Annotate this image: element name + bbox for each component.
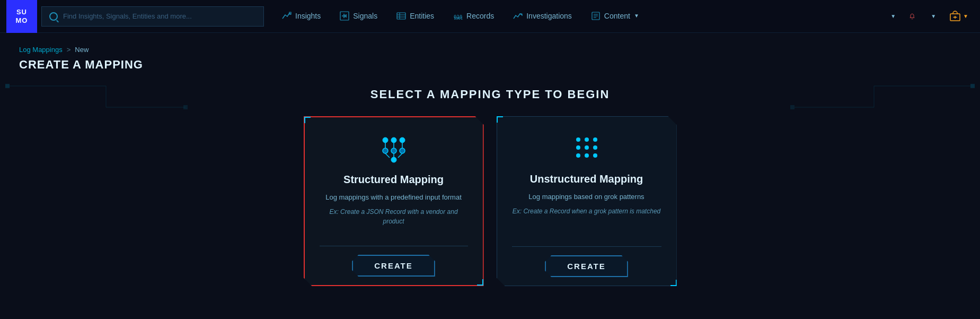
- unstructured-mapping-desc: Log mappings based on grok patterns: [528, 192, 644, 202]
- corner-tr: [670, 116, 677, 123]
- svg-rect-1: [340, 12, 349, 20]
- cart-button[interactable]: ▼: [944, 0, 974, 33]
- svg-point-43: [400, 137, 405, 143]
- cart-icon: [949, 11, 961, 22]
- main-content: Log Mappings > New CREATE A MAPPING SELE…: [0, 33, 980, 299]
- content-icon: [591, 11, 601, 21]
- nav-item-entities[interactable]: Entities: [387, 0, 444, 33]
- insights-label: Insights: [295, 12, 321, 20]
- structured-mapping-icon: [375, 132, 413, 164]
- notifications-button[interactable]: [904, 8, 921, 25]
- top-navigation: SUMO Find Insights, Signals, Entities an…: [0, 0, 980, 33]
- center-section: SELECT A MAPPING TYPE TO BEGIN: [19, 88, 961, 286]
- corner-br: [477, 279, 483, 286]
- nav-right-actions: ▼ ▼: [884, 0, 974, 33]
- svg-text:1001: 1001: [454, 16, 463, 21]
- page-title: CREATE A MAPPING: [19, 58, 961, 72]
- search-placeholder: Find Insights, Signals, Entities and mor…: [63, 12, 192, 20]
- svg-point-61: [585, 153, 589, 158]
- cards-row: Structured Mapping Log mappings with a p…: [304, 116, 677, 286]
- content-caret-icon: ▼: [634, 13, 639, 19]
- nav-item-insights[interactable]: Insights: [272, 0, 330, 33]
- structured-mapping-desc: Log mappings with a predefined input for…: [325, 192, 462, 203]
- search-icon: [49, 12, 58, 21]
- structured-card-bottom: CREATE: [320, 246, 468, 285]
- breadcrumb-separator: >: [67, 46, 71, 54]
- unstructured-mapping-card[interactable]: Unstructured Mapping Log mappings based …: [497, 116, 677, 286]
- breadcrumb: Log Mappings > New: [19, 46, 961, 54]
- svg-rect-39: [970, 84, 975, 88]
- structured-mapping-card[interactable]: Structured Mapping Log mappings with a p…: [304, 116, 484, 286]
- nav-item-signals[interactable]: Signals: [330, 0, 387, 33]
- structured-create-button[interactable]: CREATE: [352, 255, 435, 277]
- svg-point-62: [593, 153, 597, 158]
- svg-line-51: [385, 153, 390, 158]
- nav-item-records[interactable]: 0101 1001 Records: [444, 0, 504, 33]
- svg-point-59: [593, 145, 597, 150]
- unstructured-create-button[interactable]: CREATE: [545, 255, 628, 277]
- unstructured-mapping-icon: [568, 132, 606, 163]
- settings-button[interactable]: ▼: [884, 8, 900, 25]
- corner-tr: [477, 117, 483, 123]
- signals-icon: [340, 11, 349, 21]
- investigations-icon: [513, 11, 523, 21]
- svg-point-56: [593, 137, 597, 142]
- svg-point-44: [383, 148, 388, 153]
- nav-item-content[interactable]: Content ▼: [581, 0, 649, 33]
- signals-label: Signals: [353, 12, 377, 20]
- records-label: Records: [466, 12, 494, 20]
- svg-point-55: [585, 137, 589, 142]
- investigations-label: Investigations: [526, 12, 572, 20]
- svg-point-60: [576, 153, 580, 158]
- svg-point-45: [391, 148, 396, 153]
- entities-icon: [396, 11, 406, 21]
- corner-br: [670, 280, 677, 286]
- insights-icon: [282, 11, 292, 21]
- svg-point-42: [391, 137, 396, 143]
- content-label: Content: [604, 12, 630, 20]
- structured-mapping-example: Ex: Create a JSON Record with a vendor a…: [320, 207, 468, 226]
- breadcrumb-parent[interactable]: Log Mappings: [19, 46, 63, 54]
- nav-items: Insights Signals Entities: [272, 0, 884, 33]
- nav-item-investigations[interactable]: Investigations: [504, 0, 581, 33]
- bell-icon: [909, 11, 915, 22]
- svg-point-58: [585, 145, 589, 150]
- svg-point-41: [383, 137, 388, 143]
- unstructured-mapping-title: Unstructured Mapping: [530, 173, 643, 185]
- unstructured-card-bottom: CREATE: [512, 246, 661, 286]
- svg-rect-34: [5, 84, 10, 88]
- corner-bl: [304, 279, 311, 286]
- section-heading: SELECT A MAPPING TYPE TO BEGIN: [370, 88, 610, 101]
- structured-mapping-title: Structured Mapping: [343, 174, 444, 186]
- svg-point-46: [400, 148, 405, 153]
- logo[interactable]: SUMO: [6, 0, 37, 33]
- records-icon: 0101 1001: [453, 11, 463, 21]
- unstructured-mapping-example: Ex: Create a Record when a grok pattern …: [513, 206, 660, 216]
- svg-point-54: [576, 137, 580, 142]
- svg-line-52: [398, 153, 402, 158]
- search-bar[interactable]: Find Insights, Signals, Entities and mor…: [41, 6, 264, 27]
- svg-point-57: [576, 145, 580, 150]
- svg-rect-6: [397, 13, 405, 19]
- corner-tl: [497, 116, 503, 123]
- breadcrumb-current: New: [75, 46, 89, 54]
- apps-button[interactable]: ▼: [924, 8, 941, 25]
- corner-bl: [497, 280, 503, 286]
- svg-point-47: [391, 157, 396, 162]
- entities-label: Entities: [410, 12, 434, 20]
- corner-tl: [304, 117, 311, 123]
